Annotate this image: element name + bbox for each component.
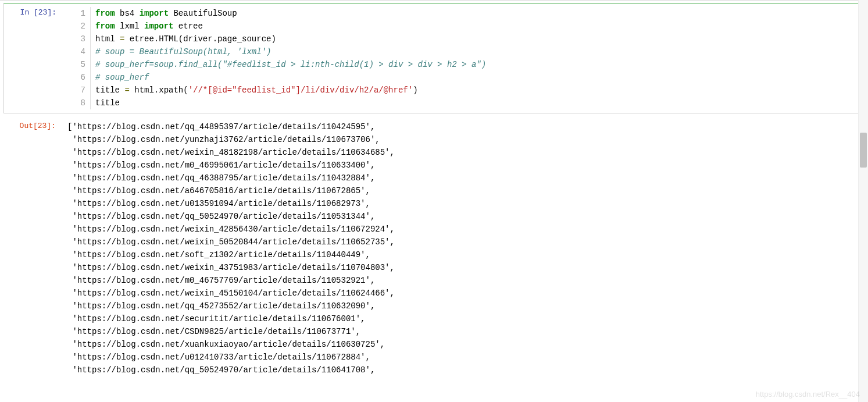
line-number: 1: [62, 7, 91, 20]
scrollbar-track[interactable]: [858, 0, 868, 380]
output-cell: Out[23]: ['https://blog.csdn.net/qq_4489…: [3, 117, 865, 380]
code-line[interactable]: 7 title = html.xpath('//*[@id="feedlist_…: [62, 84, 864, 97]
scrollbar-thumb[interactable]: [860, 133, 867, 168]
line-number: 2: [62, 20, 91, 33]
code-text: # soup = BeautifulSoup(html, 'lxml'): [95, 45, 271, 58]
code-text: from bs4 import BeautifulSoup: [95, 7, 237, 20]
line-number: 8: [62, 97, 91, 109]
jupyter-notebook: In [23]: 1 from bs4 import BeautifulSoup…: [0, 0, 868, 380]
code-line[interactable]: 2 from lxml import etree: [62, 20, 864, 33]
line-number: 5: [62, 58, 91, 71]
code-text: title = html.xpath('//*[@id="feedlist_id…: [95, 84, 418, 97]
code-text: # soup_herf=soup.find_all("#feedlist_id …: [95, 58, 486, 71]
code-line[interactable]: 3 html = etree.HTML(driver.page_source): [62, 33, 864, 45]
code-cell[interactable]: In [23]: 1 from bs4 import BeautifulSoup…: [3, 3, 865, 113]
code-text: from lxml import etree: [95, 20, 203, 33]
code-editor[interactable]: 1 from bs4 import BeautifulSoup 2 from l…: [62, 3, 864, 113]
code-text: # soup_herf: [95, 71, 149, 84]
code-line[interactable]: 6 # soup_herf: [62, 71, 864, 84]
code-line[interactable]: 5 # soup_herf=soup.find_all("#feedlist_i…: [62, 58, 864, 71]
line-number: 4: [62, 45, 91, 58]
output-text[interactable]: ['https://blog.csdn.net/qq_44895397/arti…: [62, 117, 865, 380]
output-prompt: Out[23]:: [3, 117, 62, 135]
input-prompt: In [23]:: [4, 3, 62, 22]
code-line[interactable]: 8 title: [62, 97, 864, 109]
line-number: 7: [62, 84, 91, 97]
code-line[interactable]: 4 # soup = BeautifulSoup(html, 'lxml'): [62, 45, 864, 58]
line-number: 3: [62, 33, 91, 45]
code-text: html = etree.HTML(driver.page_source): [95, 33, 276, 45]
code-text: title: [95, 97, 120, 109]
code-line[interactable]: 1 from bs4 import BeautifulSoup: [62, 7, 864, 20]
line-number: 6: [62, 71, 91, 84]
